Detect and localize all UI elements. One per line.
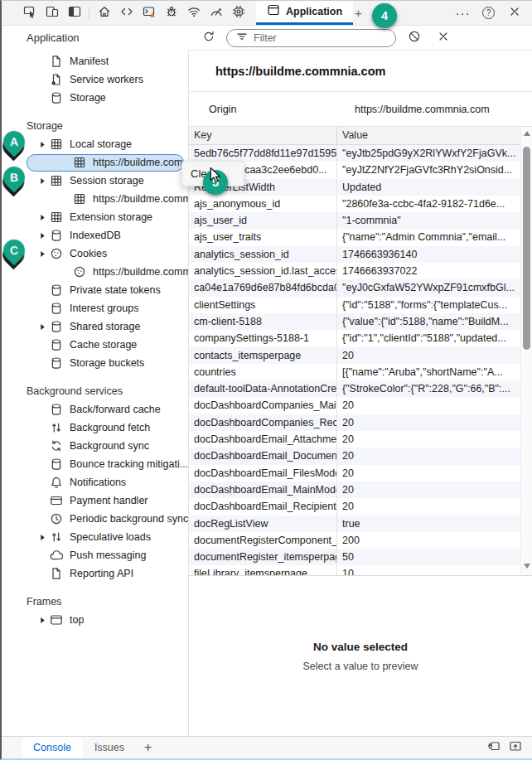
table-row[interactable]: cm-client-5188{"value":{"id":5188,"name"… [189, 313, 520, 330]
sources-code-button[interactable] [115, 2, 138, 24]
sidebar-item-shared-storage[interactable]: Shared storage [2, 317, 188, 336]
table-row[interactable]: documentRegister_itemsperpage50 [189, 549, 520, 565]
welcome-home-button[interactable] [93, 2, 115, 24]
inspect-button[interactable] [18, 2, 41, 24]
table-row[interactable]: clientSettings{"id":"5188","forms":{"tem… [189, 297, 520, 313]
value-cell[interactable]: 20 [337, 414, 520, 431]
sidebar-item-back-forward-cache[interactable]: Back/forward cache [2, 400, 188, 419]
value-cell[interactable]: 1746663936140 [337, 246, 520, 263]
key-cell[interactable]: analytics_session_id.last_access [189, 263, 337, 279]
close-devtools-button[interactable] [503, 2, 525, 24]
value-cell[interactable]: "2860fe3a-ccbc-4fa2-9182-71d6e... [337, 196, 520, 212]
dock-panel-button[interactable] [63, 2, 85, 24]
value-column-header[interactable]: Value [337, 127, 520, 144]
table-row[interactable]: contacts_itemsperpage20 [189, 347, 520, 364]
drawer-tab-console[interactable]: Console [22, 737, 83, 758]
performance-gauge-button[interactable] [205, 2, 227, 24]
new-tool-tab-button[interactable]: + [355, 6, 362, 20]
expand-caret-icon[interactable] [36, 177, 48, 185]
key-cell[interactable]: docDashboardEmail_DocumentsM... [189, 448, 337, 464]
sidebar-item-storage[interactable]: Storage [2, 89, 188, 107]
key-cell[interactable]: default-toolData-AnnotationCreat... [189, 380, 337, 397]
value-cell[interactable]: {"StrokeColor":{"R":228,"G":66,"B":... [337, 380, 520, 397]
key-cell[interactable]: 5edb76c5f77dd8fd11e97d159512... [189, 145, 337, 162]
table-row[interactable]: docDashboardEmail_FilesModel_it...20 [189, 465, 520, 482]
expand-caret-icon[interactable] [36, 617, 48, 624]
refresh-button[interactable] [197, 27, 220, 49]
value-cell[interactable]: [{"name":"Aruba","shortName":"A... [337, 364, 520, 380]
value-cell[interactable]: Updated [337, 179, 520, 196]
key-cell[interactable]: cm-client-5188 [189, 313, 337, 330]
table-row[interactable]: countries[{"name":"Aruba","shortName":"A… [189, 364, 520, 380]
key-cell[interactable]: companySettings-5188-1 [189, 330, 337, 346]
key-cell[interactable]: ajs_user_id [189, 212, 337, 229]
drawer-tab-issues[interactable]: Issues [83, 737, 136, 758]
value-cell[interactable]: 20 [337, 431, 520, 448]
key-cell[interactable]: ajs_anonymous_id [189, 196, 337, 212]
key-cell[interactable]: docDashboardEmail_AttachmentM... [189, 431, 337, 448]
table-row[interactable]: docDashboardEmail_DocumentsM...20 [189, 448, 520, 464]
table-row[interactable]: 5edb76c5f77dd8fd11e97d159512..."eyJtb25p… [189, 145, 520, 162]
scrollbar-up-arrow[interactable] [524, 131, 530, 136]
debug-bug-button[interactable] [160, 2, 182, 24]
expand-caret-icon[interactable] [36, 141, 48, 148]
key-cell[interactable]: analytics_session_id [189, 246, 337, 263]
key-cell[interactable]: ca04e1a769d6e87b84fd6bcda063... [189, 279, 337, 296]
table-row[interactable]: docDashboardCompanies_Recipie...20 [189, 414, 520, 431]
value-cell[interactable]: 20 [337, 498, 520, 515]
sidebar-item-push-messaging[interactable]: Push messaging [2, 546, 188, 564]
help-button[interactable]: ? [477, 2, 500, 24]
delete-selected-button[interactable] [432, 27, 454, 49]
sidebar-item-background-sync[interactable]: Background sync [2, 437, 188, 455]
sidebar-item-session-storage[interactable]: Session storage [2, 172, 188, 190]
key-cell[interactable]: docDashboardCompanies_MainM... [189, 397, 337, 414]
sidebar-item-top[interactable]: top [2, 611, 188, 629]
table-row[interactable]: ajs_user_traits{"name":"Admin Commnia","… [189, 229, 520, 245]
value-cell[interactable]: {"id":"5188","forms":{"templateCus... [337, 297, 520, 313]
table-scrollbar[interactable] [520, 127, 532, 575]
sidebar-item-https-buildme-comm[interactable]: https://buildme.comm... [2, 190, 188, 208]
sidebar-item-speculative-loads[interactable]: Speculative loads [2, 528, 188, 546]
value-cell[interactable]: 20 [337, 397, 520, 414]
table-row[interactable]: documentRegisterComponent_ite...200 [189, 532, 520, 549]
table-row[interactable]: docDashboardEmail_MainModel_it...20 [189, 482, 520, 498]
value-cell[interactable]: {"value":{"id":5188,"name":"BuildM... [337, 313, 520, 330]
value-cell[interactable]: "1-commnia" [337, 212, 520, 229]
key-cell[interactable]: clientSettings [189, 297, 337, 313]
value-cell[interactable]: 10 [337, 565, 520, 575]
value-cell[interactable]: 20 [337, 465, 520, 482]
key-cell[interactable]: docDashboardEmail_MainModel_it... [189, 482, 337, 498]
table-row[interactable]: ajs_anonymous_id"2860fe3a-ccbc-4fa2-9182… [189, 196, 520, 212]
clear-all-button[interactable] [403, 27, 425, 49]
table-row[interactable]: ca04e1a769d6e87b84fd6bcda063..."eyJ0cGxf… [189, 279, 520, 296]
expand-caret-icon[interactable] [36, 323, 48, 331]
expand-caret-icon[interactable] [36, 214, 48, 221]
value-cell[interactable]: 200 [337, 532, 520, 549]
key-cell[interactable]: documentRegister_itemsperpage [189, 549, 337, 565]
sidebar-item-storage-buckets[interactable]: Storage buckets [2, 354, 188, 372]
sidebar-item-service-workers[interactable]: Service workers [2, 70, 188, 89]
key-cell[interactable]: docDashboardEmail_FilesModel_it... [189, 465, 337, 482]
network-wifi-button[interactable] [182, 2, 205, 24]
scrollbar-down-arrow[interactable] [524, 564, 530, 569]
value-cell[interactable]: 50 [337, 549, 520, 565]
sidebar-item-private-state-tokens[interactable]: Private state tokens [2, 281, 188, 299]
memory-chip-button[interactable] [227, 2, 249, 24]
value-cell[interactable]: true [337, 516, 520, 532]
key-cell[interactable]: countries [189, 364, 337, 380]
value-cell[interactable]: 20 [337, 448, 520, 464]
sidebar-item-indexeddb[interactable]: IndexedDB [2, 226, 188, 244]
sidebar-item-cookies[interactable]: Cookies [2, 244, 188, 263]
open-panel-icon[interactable] [509, 739, 522, 756]
key-cell[interactable]: contacts_itemsperpage [189, 347, 337, 364]
key-cell[interactable]: docDashboardEmail_RecipientsMo... [189, 498, 337, 515]
table-row[interactable]: docDashboardEmail_RecipientsMo...20 [189, 498, 520, 515]
table-row[interactable]: ajs_user_id"1-commnia" [189, 212, 520, 229]
sidebar-item-periodic-background-sync[interactable]: Periodic background sync [2, 510, 188, 528]
table-row[interactable]: fileLibrary_itemsperpage10 [189, 565, 520, 575]
sidebar-item-https-buildme-comm[interactable]: https://buildme.comm... [2, 263, 188, 281]
sidebar-item-bounce-tracking-mitigati[interactable]: Bounce tracking mitigati... [2, 455, 188, 473]
key-cell[interactable]: docRegListView [189, 516, 337, 532]
sidebar-item-cache-storage[interactable]: Cache storage [2, 336, 188, 354]
tab-application[interactable]: Application [256, 1, 353, 25]
